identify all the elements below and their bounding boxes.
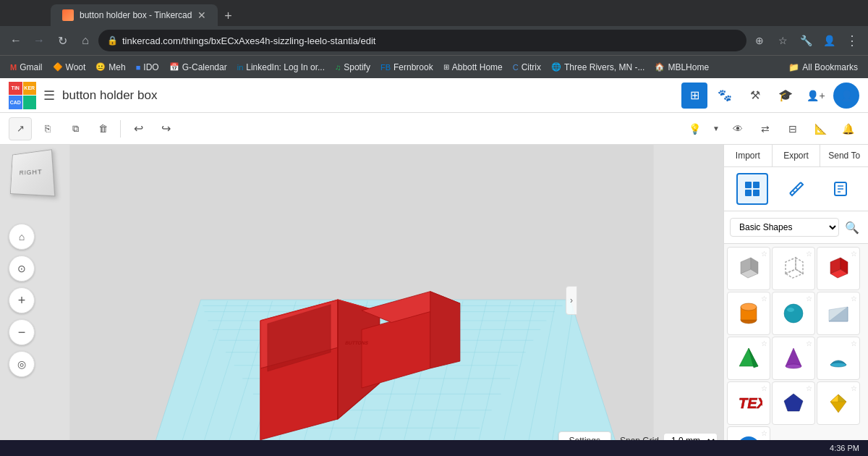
cast-btn[interactable]: ⊕	[749, 30, 770, 51]
project-title[interactable]: button holder box	[62, 88, 674, 103]
bookmark-woot[interactable]: 🔶 Woot	[48, 59, 90, 75]
tab-close[interactable]: ✕	[197, 9, 206, 21]
shape-star-9[interactable]: ☆	[851, 339, 857, 347]
extensions-btn[interactable]: 🔧	[796, 30, 816, 51]
bookmark-ido[interactable]: ■ IDO	[132, 59, 163, 75]
bookmark-fernbrook[interactable]: FB Fernbrook	[376, 59, 438, 75]
flip-btn[interactable]: ⇄	[754, 117, 777, 140]
active-tab[interactable]: button holder box - Tinkercad ✕	[51, 4, 218, 26]
grid-view-btn[interactable]: ⊞	[681, 83, 707, 109]
reload-btn[interactable]: ↻	[52, 30, 72, 51]
zoom-out-btn[interactable]: −	[9, 319, 35, 345]
shape-star-13[interactable]: ☆	[761, 429, 767, 437]
menu-icon[interactable]: ☰	[43, 88, 55, 104]
shape-star-3[interactable]: ☆	[851, 250, 857, 258]
grid-shapes-icon[interactable]	[736, 173, 768, 205]
box-hole-shape-icon	[780, 255, 807, 282]
shape-star-12[interactable]: ☆	[851, 384, 857, 392]
home-btn[interactable]: ⌂	[75, 30, 95, 51]
shape-pyramid[interactable]: ☆	[727, 337, 770, 380]
light-icon-btn[interactable]: 💡	[683, 117, 706, 140]
community-btn[interactable]: 🐾	[712, 83, 738, 109]
shape-cylinder[interactable]: ☆	[727, 292, 770, 335]
copy-btn[interactable]: ⎘	[36, 117, 59, 140]
toolbar: ↗ ⎘ ⧉ 🗑 ↩ ↪ 💡 ▼ 👁 ⇄ ⊟ 📐 🔔	[0, 113, 868, 145]
redo-btn[interactable]: ↪	[154, 117, 177, 140]
shape-star-11[interactable]: ☆	[806, 384, 812, 392]
bookmark-gmail[interactable]: M Gmail	[6, 59, 47, 75]
bookmark-threerivers[interactable]: 🌐 Three Rivers, MN -...	[547, 59, 649, 75]
notes-view-icon[interactable]	[825, 173, 856, 205]
address-bar[interactable]: 🔒 tinkercad.com/things/bxECxAxes4h-sizzl…	[98, 30, 746, 51]
send-to-btn[interactable]: Send To	[820, 145, 868, 166]
back-btn[interactable]: ←	[6, 30, 26, 51]
all-bookmarks[interactable]: 📁 All Bookmarks	[784, 59, 862, 75]
undo-btn[interactable]: ↩	[127, 117, 150, 140]
shape-box[interactable]: ☆	[727, 247, 770, 290]
bookmark-gcal[interactable]: 📅 G-Calendar	[165, 59, 231, 75]
shapes-category-select[interactable]: Basic Shapes	[730, 218, 839, 237]
shape-star-7[interactable]: ☆	[761, 339, 767, 347]
tinkercad-logo[interactable]: TIN KER CAD	[9, 82, 36, 109]
svg-marker-74	[784, 394, 803, 411]
bookmark-linkedin[interactable]: in LinkedIn: Log In or...	[233, 59, 329, 75]
svg-rect-44	[745, 190, 752, 196]
avatar-btn[interactable]: 👤	[833, 83, 859, 109]
view-cube[interactable]: RIGHT	[9, 151, 59, 201]
svg-rect-45	[753, 190, 760, 196]
shape-box-hole[interactable]: ☆	[772, 247, 815, 290]
roof-shape-icon	[825, 345, 852, 372]
bell-icon-btn[interactable]: 🔔	[836, 117, 859, 140]
shape-pentagon[interactable]: ☆	[772, 381, 815, 425]
panel-toggle-btn[interactable]: ›	[566, 286, 577, 315]
duplicate-btn[interactable]: ⧉	[64, 117, 87, 140]
shape-star-2[interactable]: ☆	[806, 250, 812, 258]
bookmark-abbott[interactable]: ⊞ Abbott Home	[439, 59, 507, 75]
shape-box-red[interactable]: ☆	[817, 247, 860, 290]
shape-star-4[interactable]: ☆	[761, 295, 767, 303]
ruler-view-icon[interactable]	[780, 173, 812, 205]
svg-marker-56	[786, 269, 803, 278]
shape-cone[interactable]: ☆	[772, 337, 815, 380]
menu-btn[interactable]: ⋮	[842, 30, 862, 51]
fit-view-btn[interactable]: ⊙	[9, 256, 35, 282]
bookmark-citrix[interactable]: C Citrix	[509, 59, 545, 75]
shape-roof[interactable]: ☆	[817, 337, 860, 380]
dropdown-btn[interactable]: ▼	[710, 117, 722, 140]
shapes-search-btn[interactable]: 🔍	[842, 217, 862, 237]
shapes-row-4: ☆ TEXT ☆ ☆	[727, 381, 865, 425]
lessons-btn[interactable]: 🎓	[773, 83, 799, 109]
profile-btn[interactable]: 👤	[819, 30, 839, 51]
shape-star-5[interactable]: ☆	[806, 295, 812, 303]
svg-point-64	[784, 304, 803, 323]
shape-wedge[interactable]: ☆	[817, 292, 860, 335]
ruler-icon-btn[interactable]: 📐	[809, 117, 832, 140]
shape-star-6[interactable]: ☆	[851, 295, 857, 303]
add-person-btn[interactable]: 👤+	[803, 83, 829, 109]
taskbar: 4:36 PM	[0, 440, 868, 456]
align-btn[interactable]: ⊟	[781, 117, 804, 140]
forward-btn[interactable]: →	[29, 30, 49, 51]
delete-btn[interactable]: 🗑	[91, 117, 114, 140]
shapes-row-2: ☆ ☆	[727, 292, 865, 335]
export-btn[interactable]: Export	[773, 145, 821, 166]
shape-sphere[interactable]: ☆	[772, 292, 815, 335]
view-btn[interactable]: 👁	[726, 117, 749, 140]
shape-gem[interactable]: ☆	[817, 381, 860, 425]
import-btn[interactable]: Import	[724, 145, 773, 166]
home-view-btn[interactable]: ⌂	[9, 224, 35, 250]
bookmark-spotify[interactable]: ♫ Spotify	[331, 59, 375, 75]
new-tab-btn[interactable]: +	[218, 6, 238, 26]
shape-star-1[interactable]: ☆	[761, 250, 767, 258]
shape-star-8[interactable]: ☆	[806, 339, 812, 347]
zoom-in-btn[interactable]: +	[9, 287, 35, 313]
bookmark-btn[interactable]: ☆	[773, 30, 793, 51]
shape-star-10[interactable]: ☆	[761, 384, 767, 392]
bookmark-meh[interactable]: 😐 Meh	[91, 59, 129, 75]
select-tool-btn[interactable]: ↗	[9, 117, 32, 140]
canvas-area[interactable]: BUTTONS RIGHT › ⌂ ⊙ + − ◎ Settings	[0, 145, 723, 456]
shape-text[interactable]: ☆ TEXT	[727, 381, 770, 425]
tools-btn[interactable]: ⚒	[742, 83, 768, 109]
ortho-view-btn[interactable]: ◎	[9, 351, 35, 377]
bookmark-mblhome[interactable]: 🏠 MBLHome	[650, 59, 713, 75]
